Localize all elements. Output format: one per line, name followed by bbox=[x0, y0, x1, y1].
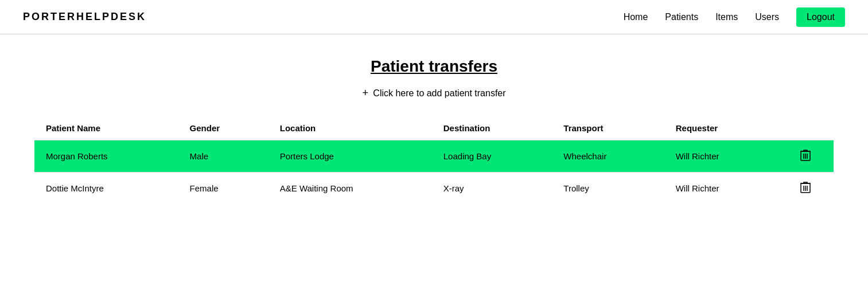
nav-link-home[interactable]: Home bbox=[624, 12, 648, 22]
cell-patient-name: Morgan Roberts bbox=[34, 140, 178, 173]
trash-icon bbox=[800, 181, 811, 193]
cell-location: Porters Lodge bbox=[268, 140, 432, 173]
cell-location: A&E Waiting Room bbox=[268, 173, 432, 205]
page-title: Patient transfers bbox=[34, 57, 834, 76]
cell-destination: X-ray bbox=[432, 173, 552, 205]
plus-icon: + bbox=[362, 87, 368, 99]
delete-button[interactable] bbox=[800, 148, 811, 164]
nav-item-items[interactable]: Items bbox=[715, 12, 738, 22]
cell-transport: Trolley bbox=[552, 173, 664, 205]
cell-action bbox=[777, 173, 834, 205]
logout-button-item[interactable]: Logout bbox=[796, 7, 845, 27]
add-transfer-text: Click here to add patient transfer bbox=[371, 88, 506, 98]
nav-link-users[interactable]: Users bbox=[755, 12, 779, 22]
cell-requester: Will Richter bbox=[664, 140, 777, 173]
col-header-transport: Transport bbox=[552, 116, 664, 140]
col-header-location: Location bbox=[268, 116, 432, 140]
table-header: Patient Name Gender Location Destination… bbox=[34, 116, 834, 140]
cell-requester: Will Richter bbox=[664, 173, 777, 205]
col-header-destination: Destination bbox=[432, 116, 552, 140]
col-header-gender: Gender bbox=[178, 116, 268, 140]
cell-destination: Loading Bay bbox=[432, 140, 552, 173]
transfers-table: Patient Name Gender Location Destination… bbox=[34, 116, 834, 204]
col-header-patient-name: Patient Name bbox=[34, 116, 178, 140]
navbar: PORTERHELPDESK Home Patients Items Users… bbox=[0, 0, 868, 34]
header-row: Patient Name Gender Location Destination… bbox=[34, 116, 834, 140]
table-body: Morgan RobertsMalePorters LodgeLoading B… bbox=[34, 140, 834, 205]
delete-button[interactable] bbox=[800, 181, 811, 196]
main-content: Patient transfers + Click here to add pa… bbox=[0, 34, 868, 227]
table-row: Morgan RobertsMalePorters LodgeLoading B… bbox=[34, 140, 834, 173]
brand-logo: PORTERHELPDESK bbox=[23, 11, 624, 23]
cell-patient-name: Dottie McIntyre bbox=[34, 173, 178, 205]
trash-icon bbox=[800, 148, 811, 161]
cell-action bbox=[777, 140, 834, 173]
add-transfer-link[interactable]: + Click here to add patient transfer bbox=[34, 87, 834, 99]
nav-link-patients[interactable]: Patients bbox=[665, 12, 698, 22]
cell-gender: Female bbox=[178, 173, 268, 205]
table-row: Dottie McIntyreFemaleA&E Waiting RoomX-r… bbox=[34, 173, 834, 205]
col-header-requester: Requester bbox=[664, 116, 777, 140]
cell-gender: Male bbox=[178, 140, 268, 173]
logout-button[interactable]: Logout bbox=[796, 7, 845, 27]
nav-item-users[interactable]: Users bbox=[755, 12, 779, 22]
cell-transport: Wheelchair bbox=[552, 140, 664, 173]
nav-link-items[interactable]: Items bbox=[715, 12, 738, 22]
nav-item-home[interactable]: Home bbox=[624, 12, 648, 22]
col-header-actions bbox=[777, 116, 834, 140]
nav-item-patients[interactable]: Patients bbox=[665, 12, 698, 22]
nav-links: Home Patients Items Users Logout bbox=[624, 7, 845, 27]
